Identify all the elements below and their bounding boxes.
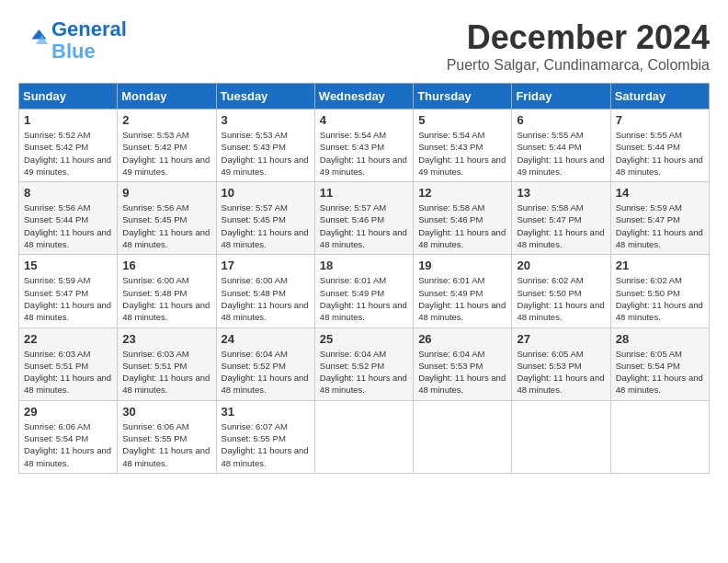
col-thursday: Thursday [414,84,512,109]
day-cell-26: 26 Sunrise: 6:04 AMSunset: 5:53 PMDaylig… [414,327,512,400]
day-number: 16 [122,259,210,272]
day-number: 4 [320,113,408,127]
day-cell-3: 3 Sunrise: 5:53 AMSunset: 5:43 PMDayligh… [216,109,314,182]
day-cell-16: 16 Sunrise: 6:00 AMSunset: 5:48 PMDaylig… [118,255,216,327]
logo-icon [18,26,48,55]
day-cell-23: 23 Sunrise: 6:03 AMSunset: 5:51 PMDaylig… [118,327,216,400]
day-info: Sunrise: 6:07 AMSunset: 5:55 PMDaylight:… [222,420,310,469]
day-cell-10: 10 Sunrise: 5:57 AMSunset: 5:45 PMDaylig… [216,182,314,255]
logo: GeneralBlue [18,18,127,63]
day-number: 24 [222,332,310,346]
day-number: 23 [122,332,210,346]
day-cell-31: 31 Sunrise: 6:07 AMSunset: 5:55 PMDaylig… [216,400,314,473]
day-cell-4: 4 Sunrise: 5:54 AMSunset: 5:43 PMDayligh… [314,109,413,182]
day-number: 14 [616,186,704,200]
day-number: 17 [222,259,310,272]
day-number: 20 [517,259,605,272]
day-number: 2 [122,113,210,127]
day-info: Sunrise: 6:01 AMSunset: 5:49 PMDaylight:… [418,274,506,323]
day-number: 5 [418,113,506,127]
day-info: Sunrise: 6:00 AMSunset: 5:48 PMDaylight:… [122,274,210,323]
day-info: Sunrise: 6:06 AMSunset: 5:55 PMDaylight:… [122,420,210,469]
day-cell-7: 7 Sunrise: 5:55 AMSunset: 5:44 PMDayligh… [610,109,709,182]
empty-cell [414,400,512,473]
day-number: 19 [418,259,506,272]
calendar-week-3: 15 Sunrise: 5:59 AMSunset: 5:47 PMDaylig… [19,255,710,327]
day-number: 13 [517,186,605,200]
day-cell-24: 24 Sunrise: 6:04 AMSunset: 5:52 PMDaylig… [216,327,314,400]
col-wednesday: Wednesday [314,84,413,109]
day-cell-8: 8 Sunrise: 5:56 AMSunset: 5:44 PMDayligh… [19,182,118,255]
day-info: Sunrise: 5:53 AMSunset: 5:42 PMDaylight:… [122,129,210,178]
day-cell-29: 29 Sunrise: 6:06 AMSunset: 5:54 PMDaylig… [19,400,118,473]
day-info: Sunrise: 6:03 AMSunset: 5:51 PMDaylight:… [24,348,112,396]
day-number: 31 [222,405,310,419]
day-cell-25: 25 Sunrise: 6:04 AMSunset: 5:52 PMDaylig… [314,327,413,400]
empty-cell [314,400,413,473]
empty-cell [610,400,709,473]
day-info: Sunrise: 6:05 AMSunset: 5:53 PMDaylight:… [517,348,605,396]
day-number: 7 [616,113,704,127]
calendar-week-5: 29 Sunrise: 6:06 AMSunset: 5:54 PMDaylig… [19,400,710,473]
page-header: GeneralBlue December 2024 Puerto Salgar,… [18,18,710,74]
day-cell-13: 13 Sunrise: 5:58 AMSunset: 5:47 PMDaylig… [512,182,610,255]
day-info: Sunrise: 6:05 AMSunset: 5:54 PMDaylight:… [616,348,704,396]
day-cell-17: 17 Sunrise: 6:00 AMSunset: 5:48 PMDaylig… [216,255,314,327]
month-title: December 2024 [447,18,710,57]
day-number: 25 [320,332,408,346]
day-info: Sunrise: 5:56 AMSunset: 5:44 PMDaylight:… [24,201,112,250]
day-cell-5: 5 Sunrise: 5:54 AMSunset: 5:43 PMDayligh… [414,109,512,182]
day-cell-28: 28 Sunrise: 6:05 AMSunset: 5:54 PMDaylig… [610,327,709,400]
calendar-week-2: 8 Sunrise: 5:56 AMSunset: 5:44 PMDayligh… [19,182,710,255]
calendar-week-1: 1 Sunrise: 5:52 AMSunset: 5:42 PMDayligh… [19,109,710,182]
day-info: Sunrise: 5:57 AMSunset: 5:45 PMDaylight:… [222,201,310,250]
day-info: Sunrise: 5:54 AMSunset: 5:43 PMDaylight:… [418,129,506,178]
calendar-table: Sunday Monday Tuesday Wednesday Thursday… [18,83,710,474]
day-cell-20: 20 Sunrise: 6:02 AMSunset: 5:50 PMDaylig… [512,255,610,327]
day-number: 27 [517,332,605,346]
day-number: 18 [320,259,408,272]
day-info: Sunrise: 5:59 AMSunset: 5:47 PMDaylight:… [24,274,112,323]
title-block: December 2024 Puerto Salgar, Cundinamarc… [447,18,710,74]
day-cell-19: 19 Sunrise: 6:01 AMSunset: 5:49 PMDaylig… [414,255,512,327]
header-row: Sunday Monday Tuesday Wednesday Thursday… [19,84,710,109]
empty-cell [512,400,610,473]
day-info: Sunrise: 5:55 AMSunset: 5:44 PMDaylight:… [616,129,704,178]
day-info: Sunrise: 6:02 AMSunset: 5:50 PMDaylight:… [517,274,605,323]
day-info: Sunrise: 5:58 AMSunset: 5:46 PMDaylight:… [418,201,506,250]
day-cell-14: 14 Sunrise: 5:59 AMSunset: 5:47 PMDaylig… [610,182,709,255]
day-info: Sunrise: 6:02 AMSunset: 5:50 PMDaylight:… [616,274,704,323]
day-cell-21: 21 Sunrise: 6:02 AMSunset: 5:50 PMDaylig… [610,255,709,327]
day-info: Sunrise: 5:55 AMSunset: 5:44 PMDaylight:… [517,129,605,178]
day-info: Sunrise: 6:06 AMSunset: 5:54 PMDaylight:… [24,420,112,469]
day-cell-30: 30 Sunrise: 6:06 AMSunset: 5:55 PMDaylig… [118,400,216,473]
day-number: 30 [122,405,210,419]
day-info: Sunrise: 5:54 AMSunset: 5:43 PMDaylight:… [320,129,408,178]
location-title: Puerto Salgar, Cundinamarca, Colombia [447,57,710,74]
day-cell-27: 27 Sunrise: 6:05 AMSunset: 5:53 PMDaylig… [512,327,610,400]
day-info: Sunrise: 6:01 AMSunset: 5:49 PMDaylight:… [320,274,408,323]
day-info: Sunrise: 6:03 AMSunset: 5:51 PMDaylight:… [122,348,210,396]
day-cell-12: 12 Sunrise: 5:58 AMSunset: 5:46 PMDaylig… [414,182,512,255]
day-number: 21 [616,259,704,272]
calendar-week-4: 22 Sunrise: 6:03 AMSunset: 5:51 PMDaylig… [19,327,710,400]
day-info: Sunrise: 6:04 AMSunset: 5:53 PMDaylight:… [418,348,506,396]
day-number: 9 [122,186,210,200]
day-number: 11 [320,186,408,200]
logo-text: GeneralBlue [51,18,127,63]
day-info: Sunrise: 5:56 AMSunset: 5:45 PMDaylight:… [122,201,210,250]
day-number: 8 [24,186,112,200]
day-info: Sunrise: 5:53 AMSunset: 5:43 PMDaylight:… [222,129,310,178]
day-info: Sunrise: 5:58 AMSunset: 5:47 PMDaylight:… [517,201,605,250]
day-number: 6 [517,113,605,127]
day-info: Sunrise: 5:52 AMSunset: 5:42 PMDaylight:… [24,129,112,178]
day-info: Sunrise: 6:00 AMSunset: 5:48 PMDaylight:… [222,274,310,323]
day-number: 3 [222,113,310,127]
day-number: 1 [24,113,112,127]
col-friday: Friday [512,84,610,109]
day-number: 15 [24,259,112,272]
day-cell-15: 15 Sunrise: 5:59 AMSunset: 5:47 PMDaylig… [19,255,118,327]
day-cell-9: 9 Sunrise: 5:56 AMSunset: 5:45 PMDayligh… [118,182,216,255]
day-number: 29 [24,405,112,419]
day-cell-1: 1 Sunrise: 5:52 AMSunset: 5:42 PMDayligh… [19,109,118,182]
